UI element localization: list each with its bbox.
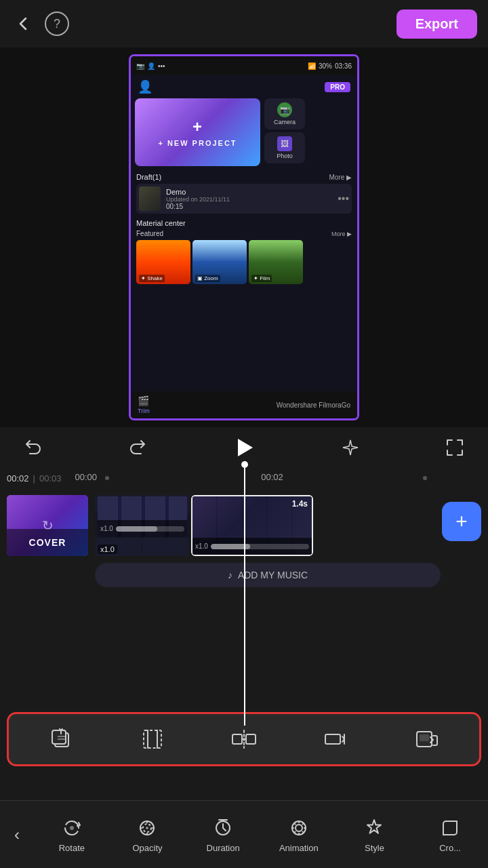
svg-point-10 xyxy=(70,826,74,830)
new-project-area: + + NEW PROJECT 📷 Camera 🖼 Photo xyxy=(131,98,357,170)
replace-icon xyxy=(411,724,443,755)
nav-back-button[interactable]: ‹ xyxy=(0,801,34,868)
rotate-icon xyxy=(60,816,84,840)
phone-top-row: 👤 PRO xyxy=(131,75,357,98)
undo-button[interactable] xyxy=(20,435,46,460)
svg-point-16 xyxy=(296,825,302,831)
filmora-logo: Wondershare FilmoraGo xyxy=(277,401,350,409)
photo-icon: 🖼 xyxy=(277,136,292,151)
crop-icon xyxy=(137,724,168,755)
svg-rect-9 xyxy=(420,734,429,741)
draft-info: Demo Updated on 2021/11/11 00:15 xyxy=(166,188,332,210)
timeline-ruler: 00:02 | 00:03 00:00 00:02 xyxy=(0,468,488,488)
timeline-area[interactable]: ↻ COVER x1.0 x1.0 xyxy=(0,488,488,637)
clip-2-selected[interactable]: 1.4s x1.0 xyxy=(191,495,313,556)
crop-nav-icon xyxy=(438,816,462,840)
phone-status-bar: 📷 👤 ••• 📶 30% 03:36 xyxy=(131,56,357,75)
nav-item-rotate[interactable]: Rotate xyxy=(48,816,96,853)
trim-end-icon xyxy=(320,724,351,755)
new-project-card[interactable]: + + NEW PROJECT xyxy=(135,98,260,166)
play-button[interactable] xyxy=(229,433,259,462)
style-icon xyxy=(362,816,386,840)
svg-marker-0 xyxy=(238,439,253,456)
back-button[interactable] xyxy=(11,12,35,36)
ruler-track: 00:00 00:02 xyxy=(68,468,481,488)
preview-area: 📷 👤 ••• 📶 30% 03:36 👤 PRO + + NEW PROJEC xyxy=(0,47,488,427)
camera-button[interactable]: 📷 Camera xyxy=(264,98,305,130)
trim-end-tool-button[interactable] xyxy=(312,719,359,760)
toolbar-row xyxy=(7,712,481,766)
crop-tool-button[interactable] xyxy=(129,719,176,760)
duration-label: Duration xyxy=(207,843,240,853)
photo-button[interactable]: 🖼 Photo xyxy=(264,132,305,163)
top-bar-left: ? xyxy=(11,12,69,36)
opacity-icon xyxy=(135,816,159,840)
phone-mockup: 📷 👤 ••• 📶 30% 03:36 👤 PRO + + NEW PROJEC xyxy=(129,54,359,420)
featured-img-film[interactable]: ✦ Film xyxy=(249,240,303,284)
controls-bar xyxy=(0,427,488,468)
style-label: Style xyxy=(365,843,384,853)
phone-bottom-bar: 🎬 Trim Wondershare FilmoraGo xyxy=(131,391,357,418)
add-clip-button[interactable]: + xyxy=(442,502,481,541)
svg-rect-4 xyxy=(232,734,242,744)
featured-img-zoom[interactable]: ▣ Zoom xyxy=(192,240,247,284)
side-buttons: 📷 Camera 🖼 Photo xyxy=(264,98,305,166)
split-icon xyxy=(228,724,260,755)
music-note-icon: ♪ xyxy=(228,570,232,580)
timeline-clips[interactable]: x1.0 x1.0 1.4s x1.0 xyxy=(95,495,441,556)
animation-label: Animation xyxy=(279,843,319,853)
bottom-nav: ‹ Rotate xyxy=(0,800,488,868)
draft-section: Draft(1) More ▶ Demo Updated on 2021/11/… xyxy=(131,170,357,216)
expand-button[interactable] xyxy=(442,435,468,460)
camera-icon: 📷 xyxy=(277,102,292,117)
nav-item-crop[interactable]: Cro... xyxy=(426,816,474,853)
sparkle-button[interactable] xyxy=(338,435,363,460)
split-tool-button[interactable] xyxy=(220,719,268,760)
featured-images: ✦ Shake ▣ Zoom ✦ Film xyxy=(136,240,352,284)
pro-badge: PRO xyxy=(325,82,350,92)
featured-img-shake[interactable]: ✦ Shake xyxy=(136,240,190,284)
export-button[interactable]: Export xyxy=(396,9,477,39)
nav-item-opacity[interactable]: Opacity xyxy=(123,816,171,853)
copy-icon xyxy=(45,724,77,755)
cover-overlay: COVER xyxy=(7,529,88,556)
clip-1[interactable]: x1.0 x1.0 xyxy=(95,495,190,556)
rotate-label: Rotate xyxy=(59,843,85,853)
nav-item-style[interactable]: Style xyxy=(350,816,398,853)
crop-nav-label: Cro... xyxy=(439,843,461,853)
trim-button[interactable]: 🎬 Trim xyxy=(138,395,150,414)
redo-button[interactable] xyxy=(125,435,150,460)
material-section: Material center Featured More ▶ ✦ Shake … xyxy=(131,216,357,287)
svg-rect-3 xyxy=(144,730,161,748)
copy-tool-button[interactable] xyxy=(37,719,85,760)
top-bar: ? Export xyxy=(0,0,488,47)
nav-items: Rotate Opacity Du xyxy=(34,816,488,853)
draft-item[interactable]: Demo Updated on 2021/11/11 00:15 ••• xyxy=(136,184,352,214)
nav-item-animation[interactable]: Animation xyxy=(275,816,323,853)
draft-thumbnail xyxy=(139,186,161,211)
nav-item-duration[interactable]: Duration xyxy=(199,816,247,853)
cover-thumbnail[interactable]: ↻ COVER xyxy=(7,495,88,556)
opacity-label: Opacity xyxy=(132,843,162,853)
duration-icon xyxy=(211,816,235,840)
draft-more-dots[interactable]: ••• xyxy=(338,193,349,205)
phone-content: 👤 PRO + + NEW PROJECT 📷 Camera 🖼 Photo xyxy=(131,75,357,418)
svg-rect-7 xyxy=(325,734,340,744)
help-button[interactable]: ? xyxy=(45,12,69,36)
svg-point-13 xyxy=(146,827,148,829)
animation-icon xyxy=(287,816,311,840)
music-track[interactable]: ♪ ADD MY MUSIC xyxy=(95,563,441,587)
svg-rect-5 xyxy=(246,734,256,744)
replace-tool-button[interactable] xyxy=(403,719,451,760)
